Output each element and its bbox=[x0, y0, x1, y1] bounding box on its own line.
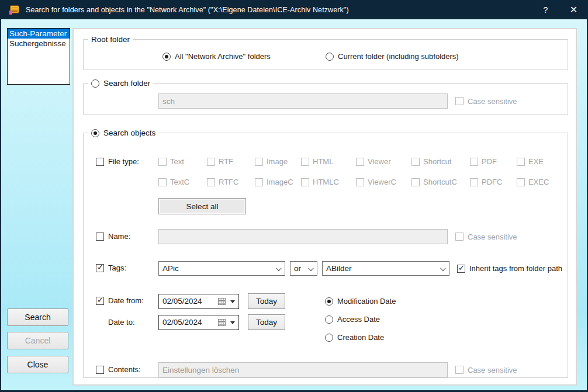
root-folder-group: Root folder All "Network Archive" folder… bbox=[83, 35, 568, 70]
radio-icon[interactable] bbox=[162, 53, 171, 61]
listbox-item-such-parameter[interactable]: Such-Parameter bbox=[8, 29, 70, 39]
file-type-row-1: Text RTF Image HTML Viewer Shortcut PDF … bbox=[158, 157, 544, 166]
checkbox-textc: TextC bbox=[158, 178, 207, 186]
checkbox-image: Image bbox=[255, 157, 301, 166]
calendar-icon bbox=[218, 319, 226, 326]
name-checkbox-row[interactable]: Name: bbox=[96, 232, 130, 241]
date-from-checkbox[interactable] bbox=[96, 297, 104, 305]
date-from-picker[interactable]: 02/05/2024 bbox=[158, 294, 239, 309]
radio-icon[interactable] bbox=[325, 334, 333, 342]
contents-checkbox[interactable] bbox=[96, 366, 104, 374]
close-icon[interactable]: ✕ bbox=[561, 0, 587, 19]
name-checkbox[interactable] bbox=[96, 233, 104, 241]
checkbox-shortcutc: ShortcutC bbox=[411, 178, 470, 186]
listbox-item-suchergebnisse[interactable]: Suchergebnisse bbox=[8, 39, 70, 48]
tags-combo-2[interactable]: ABilder bbox=[322, 261, 449, 276]
contents-input: Einstellungen löschen bbox=[158, 362, 448, 377]
radio-all-network-archive-folders[interactable]: All "Network Archive" folders bbox=[162, 52, 271, 61]
tags-checkbox-row[interactable]: Tags: bbox=[96, 263, 126, 272]
date-from-checkbox-row[interactable]: Date from: bbox=[96, 296, 144, 305]
close-button[interactable]: Close bbox=[7, 356, 68, 373]
caret-down-icon bbox=[230, 300, 235, 303]
name-input bbox=[158, 229, 448, 244]
today-from-button[interactable]: Today bbox=[248, 293, 285, 309]
archive-book-icon bbox=[9, 5, 20, 15]
select-all-button[interactable]: Select all bbox=[158, 198, 246, 214]
search-folder-radio[interactable] bbox=[91, 79, 99, 88]
checkbox-text: Text bbox=[158, 157, 207, 166]
name-case-sensitive-checkbox bbox=[455, 233, 464, 241]
radio-icon[interactable] bbox=[325, 297, 333, 306]
radio-access-date[interactable]: Access Date bbox=[325, 315, 380, 324]
file-type-row-2: TextC RTFC ImageC HTMLC ViewerC Shortcut… bbox=[158, 178, 549, 186]
radio-modification-date[interactable]: Modification Date bbox=[325, 297, 396, 306]
tags-combo-1[interactable]: APic bbox=[158, 261, 285, 276]
today-to-button[interactable]: Today bbox=[248, 314, 285, 330]
search-folder-legend: Search folder bbox=[88, 79, 153, 88]
radio-icon[interactable] bbox=[325, 315, 333, 324]
inherit-tags-checkbox[interactable] bbox=[457, 265, 465, 273]
radio-icon[interactable] bbox=[326, 53, 334, 61]
file-type-checkbox-row[interactable]: File type: bbox=[96, 157, 139, 166]
checkbox-imagec: ImageC bbox=[255, 178, 301, 186]
file-type-checkbox[interactable] bbox=[96, 158, 104, 166]
search-objects-group: Search objects File type: Text RTF Image… bbox=[83, 129, 568, 378]
search-objects-legend: Search objects bbox=[88, 129, 158, 137]
tags-checkbox[interactable] bbox=[96, 264, 104, 272]
search-folder-case-sensitive-checkbox bbox=[455, 97, 464, 105]
search-button[interactable]: Search bbox=[7, 308, 68, 326]
chevron-down-icon bbox=[308, 265, 314, 271]
checkbox-htmlc: HTMLC bbox=[301, 178, 356, 186]
search-folder-group: Search folder sch Case sensitive bbox=[83, 79, 568, 115]
tags-operator-combo[interactable]: or bbox=[290, 261, 317, 276]
contents-case-sensitive-checkbox bbox=[455, 366, 464, 374]
help-button[interactable]: ? bbox=[532, 0, 559, 19]
contents-checkbox-row[interactable]: Contents: bbox=[96, 365, 141, 374]
search-dialog-window: Search for folders and objects in the "N… bbox=[0, 0, 588, 392]
checkbox-pdf: PDF bbox=[470, 157, 517, 166]
title-bar: Search for folders and objects in the "N… bbox=[0, 0, 588, 19]
window-title: Search for folders and objects in the "N… bbox=[26, 6, 349, 14]
checkbox-shortcut: Shortcut bbox=[411, 157, 470, 166]
checkbox-viewer: Viewer bbox=[356, 157, 411, 166]
cancel-button: Cancel bbox=[7, 332, 68, 349]
checkbox-rtfc: RTFC bbox=[207, 178, 255, 186]
search-folder-input: sch bbox=[158, 93, 448, 109]
radio-current-folder[interactable]: Current folder (including subfolders) bbox=[326, 52, 459, 61]
calendar-icon bbox=[218, 298, 226, 305]
search-objects-radio[interactable] bbox=[91, 129, 99, 137]
checkbox-exec: EXEC bbox=[517, 178, 549, 186]
caret-down-icon bbox=[230, 321, 235, 324]
checkbox-pdfc: PDFC bbox=[470, 178, 517, 186]
pages-listbox[interactable]: Such-Parameter Suchergebnisse bbox=[7, 28, 70, 85]
search-parameters-panel: Root folder All "Network Archive" folder… bbox=[72, 28, 577, 386]
checkbox-html: HTML bbox=[301, 157, 356, 166]
chevron-down-icon bbox=[276, 265, 282, 271]
checkbox-exe: EXE bbox=[517, 157, 544, 166]
date-to-picker[interactable]: 02/05/2024 bbox=[158, 315, 239, 330]
chevron-down-icon bbox=[440, 265, 446, 271]
root-folder-legend: Root folder bbox=[88, 35, 133, 44]
checkbox-rtf: RTF bbox=[207, 157, 255, 166]
date-to-label-row: Date to: bbox=[108, 318, 135, 327]
radio-creation-date[interactable]: Creation Date bbox=[325, 333, 384, 342]
checkbox-viewerc: ViewerC bbox=[356, 178, 411, 186]
